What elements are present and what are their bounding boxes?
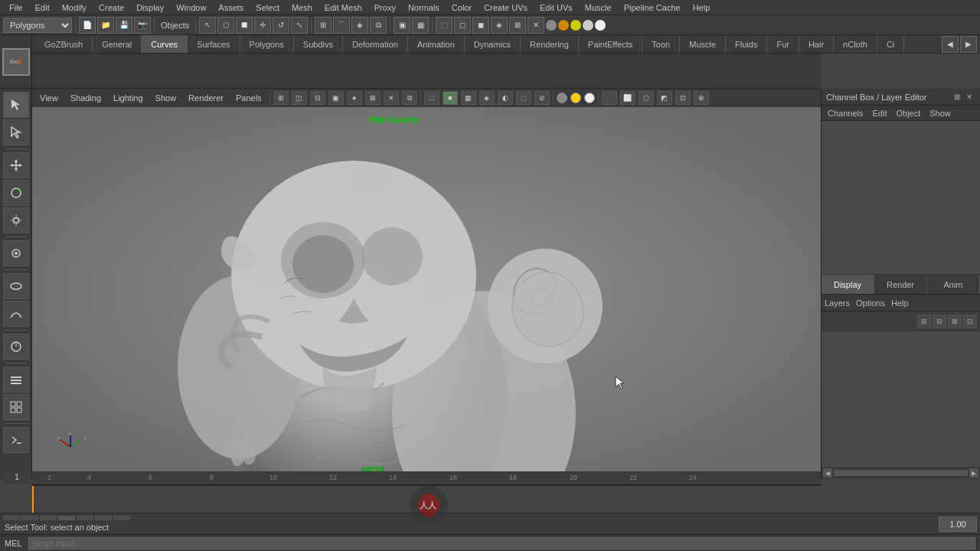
menu-create-uvs[interactable]: Create UVs [478,3,534,12]
select-btn[interactable]: ↖ [199,17,216,34]
vp-shadow-btn[interactable]: ◐ [498,91,513,105]
vp-btn6[interactable]: ⊠ [365,91,381,105]
vp-light-btn[interactable]: ◈ [479,91,495,105]
move-tool-btn[interactable] [3,152,29,178]
rp-tab-edit[interactable]: Edit [869,109,890,118]
lasso-select-btn[interactable] [3,119,29,145]
snap-point-btn[interactable]: ◈ [351,17,368,34]
vp-btn4[interactable]: ▣ [328,91,344,105]
vp-color1[interactable] [557,93,567,103]
icon1[interactable]: ⬚ [436,17,452,34]
tab-painteffects[interactable]: PaintEffects [579,35,643,53]
rp-bot-tab-display[interactable]: Display [822,275,874,294]
menu-create[interactable]: Create [93,3,130,12]
rp-tab-channels[interactable]: Channels [825,109,866,118]
tab-curves[interactable]: Curves [142,35,188,53]
tab-rendering[interactable]: Rendering [521,35,579,53]
snap-surface-btn[interactable]: ⧉ [370,17,387,34]
paint-btn2[interactable] [3,334,29,360]
vp-btn2[interactable]: ◫ [292,91,307,105]
tab-goz[interactable]: GoZBrush [35,35,93,53]
select-tool-btn[interactable] [3,92,29,118]
menu-file[interactable]: File [3,3,29,12]
tab-surfaces[interactable]: Surfaces [188,35,240,53]
vp-poly-btn[interactable]: ⬡ [639,91,654,105]
icon3[interactable]: ◼ [472,17,489,34]
tab-hair[interactable]: Hair [799,35,834,53]
vp-smooth-btn[interactable]: ■ [443,91,458,105]
menu-muscle[interactable]: Muscle [579,3,618,12]
menu-edit-uvs[interactable]: Edit UVs [534,3,579,12]
layer-icon3[interactable]: ⊠ [948,315,962,328]
menu-edit-mesh[interactable]: Edit Mesh [318,3,368,12]
mel-input[interactable] [28,537,975,549]
menu-pipeline-cache[interactable]: Pipeline Cache [618,3,687,12]
tab-muscle[interactable]: Muscle [680,35,726,53]
icon4[interactable]: ◈ [491,17,508,34]
mode-dropdown[interactable]: Polygons [3,18,72,33]
save-btn[interactable]: 💾 [116,17,132,34]
vp-menu-show[interactable]: Show [151,93,181,103]
tab-dynamics[interactable]: Dynamics [465,35,521,53]
render-seq-btn[interactable]: ▦ [412,17,429,34]
scroll-right-btn[interactable]: ▶ [969,468,978,478]
vp-btn1[interactable]: ⊞ [273,91,289,105]
vp-btn7[interactable]: ✕ [384,91,399,105]
scale-btn[interactable]: ⤡ [291,17,308,34]
icon5[interactable]: ⊠ [509,17,526,34]
vp-menu-shading[interactable]: Shading [66,93,106,103]
menu-normals[interactable]: Normals [402,3,446,12]
rotate-btn[interactable]: ↺ [273,17,289,34]
rp-float-btn[interactable]: ⊠ [951,91,963,103]
vp-xray-btn[interactable]: ◌ [516,91,531,105]
vp-menu-view[interactable]: View [35,93,63,103]
goz-icon[interactable]: Go Z [2,48,30,76]
open-btn[interactable]: 📁 [97,17,114,34]
snap-grid-btn[interactable]: ⊞ [315,17,332,34]
tab-scroll-right[interactable]: ▶ [960,36,977,53]
grid-btn[interactable] [3,394,29,420]
render-btn[interactable]: ▣ [394,17,410,34]
icon6[interactable]: ✕ [528,17,544,34]
tab-deformation[interactable]: Deformation [343,35,408,53]
rp-layer-tab-help[interactable]: Help [891,298,909,308]
tab-scroll-left[interactable]: ◀ [942,36,959,53]
vp-sel-btn[interactable]: ⊡ [675,91,691,105]
vp-share-btn[interactable]: ⊕ [694,91,709,105]
rp-tab-show[interactable]: Show [926,109,954,118]
scroll-left-btn[interactable]: ◀ [823,468,832,478]
vp-wire-btn[interactable]: □ [424,91,439,105]
menu-window[interactable]: Window [170,3,212,12]
menu-proxy[interactable]: Proxy [368,3,402,12]
vp-color2[interactable] [570,93,581,103]
scroll-track[interactable] [834,470,968,476]
new-scene-btn[interactable]: 📄 [79,17,96,34]
rotate-tool-btn[interactable] [3,180,29,206]
vp-iso-btn[interactable]: ⊘ [534,91,550,105]
tab-fluids[interactable]: Fluids [726,35,767,53]
menu-display[interactable]: Display [130,3,170,12]
frame-value-input[interactable]: 1.00 [939,517,977,532]
vp-menu-renderer[interactable]: Renderer [184,93,228,103]
rp-bot-tab-anim[interactable]: Anim [927,275,980,294]
menu-mesh[interactable]: Mesh [286,3,318,12]
tab-animation[interactable]: Animation [408,35,465,53]
menu-edit[interactable]: Edit [29,3,56,12]
snapshot-btn[interactable]: 📷 [134,17,151,34]
tab-general[interactable]: General [93,35,142,53]
menu-select[interactable]: Select [250,3,286,12]
menu-modify[interactable]: Modify [56,3,93,12]
show-manip-btn[interactable] [3,240,29,266]
vp-texture-btn[interactable]: ▦ [461,91,476,105]
vp-btn5[interactable]: ● [347,91,362,105]
move-btn[interactable]: ✛ [254,17,271,34]
surface-btn[interactable] [3,273,29,299]
layer-icon1[interactable]: ⊞ [917,315,931,328]
paint-btn[interactable]: 🔲 [236,17,253,34]
menu-help[interactable]: Help [687,3,717,12]
menu-assets[interactable]: Assets [212,3,250,12]
vp-btn3[interactable]: ⊟ [310,91,325,105]
vp-cage-btn[interactable]: ⬜ [620,91,635,105]
layer-icon4[interactable]: ⊡ [963,315,977,328]
rp-layer-tab-layers[interactable]: Layers [825,298,850,308]
